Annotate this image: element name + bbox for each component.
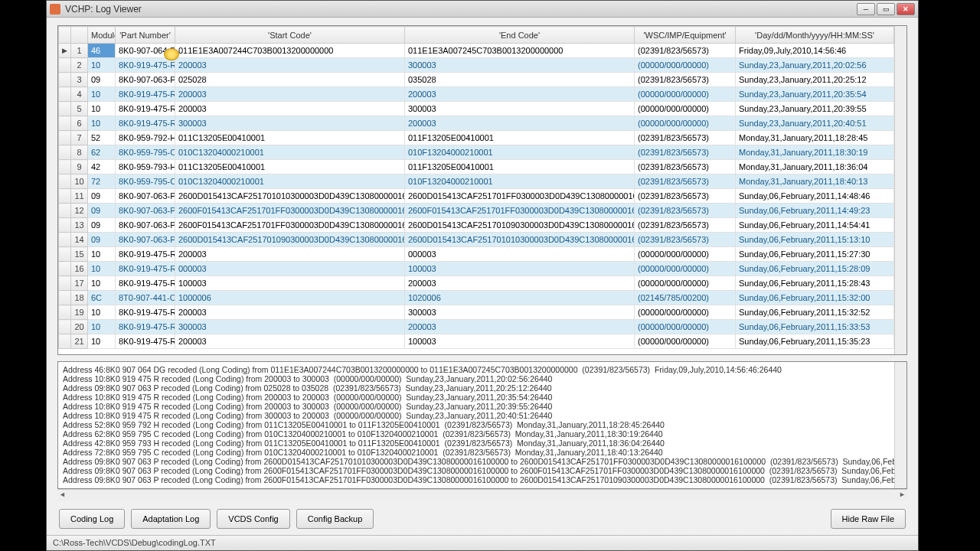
cell[interactable]: 09 bbox=[88, 204, 116, 218]
cell[interactable]: 200003 bbox=[175, 58, 405, 73]
cell[interactable]: 11 bbox=[71, 189, 88, 204]
cell[interactable]: 010C13204000210001 bbox=[175, 174, 405, 189]
cell[interactable]: ▶ bbox=[59, 44, 71, 58]
cell[interactable]: (02391/823/56573) bbox=[635, 73, 736, 87]
vcds-config-button[interactable]: VCDS Config bbox=[217, 509, 289, 529]
cell[interactable] bbox=[59, 233, 71, 247]
cell[interactable]: 9 bbox=[71, 160, 88, 174]
cell[interactable] bbox=[59, 320, 71, 334]
cell[interactable]: (00000/000/00000) bbox=[635, 305, 736, 320]
cell[interactable]: 21 bbox=[71, 334, 88, 349]
cell[interactable]: 8K0-919-475-R bbox=[116, 305, 175, 320]
cell[interactable] bbox=[59, 291, 71, 305]
cell[interactable]: 200003 bbox=[405, 116, 635, 131]
cell[interactable]: 300003 bbox=[175, 320, 405, 334]
table-row[interactable]: 12098K0-907-063-P2600F015413CAF251701FF0… bbox=[59, 204, 894, 218]
cell[interactable]: 000003 bbox=[175, 262, 405, 276]
minimize-button[interactable]: ─ bbox=[857, 3, 875, 15]
adaptation-log-button[interactable]: Adaptation Log bbox=[131, 509, 211, 529]
cell[interactable]: Sunday,23,January,2011,20:25:12 bbox=[736, 73, 894, 87]
cell[interactable]: 8K0-919-475-R bbox=[116, 334, 175, 349]
cell[interactable]: 011F13205E00410001 bbox=[405, 131, 635, 145]
cell[interactable]: Monday,31,January,2011,18:40:13 bbox=[736, 174, 894, 189]
cell[interactable]: (00000/000/00000) bbox=[635, 102, 736, 116]
cell[interactable]: 8K0-959-792-H bbox=[116, 131, 175, 145]
cell[interactable]: 8K0-919-475-R bbox=[116, 102, 175, 116]
cell[interactable]: (02391/823/56573) bbox=[635, 145, 736, 160]
cell[interactable]: 10 bbox=[88, 334, 116, 349]
cell[interactable] bbox=[59, 116, 71, 131]
cell[interactable]: 011C13205E00410001 bbox=[175, 131, 405, 145]
cell[interactable] bbox=[59, 102, 71, 116]
table-row[interactable]: 2108K0-919-475-R200003300003(00000/000/0… bbox=[59, 58, 894, 73]
cell[interactable]: 011E1E3A007245C703B0013200000000 bbox=[405, 44, 635, 58]
cell[interactable]: 000003 bbox=[405, 247, 635, 262]
cell[interactable]: 011C13205E00410001 bbox=[175, 160, 405, 174]
table-row[interactable]: 5108K0-919-475-R200003300003(00000/000/0… bbox=[59, 102, 894, 116]
cell[interactable] bbox=[59, 73, 71, 87]
cell[interactable]: 42 bbox=[88, 160, 116, 174]
table-row[interactable]: 9428K0-959-793-H011C13205E00410001011F13… bbox=[59, 160, 894, 174]
cell[interactable]: 10 bbox=[88, 276, 116, 291]
cell[interactable]: 100003 bbox=[175, 276, 405, 291]
cell[interactable]: 300003 bbox=[405, 305, 635, 320]
cell[interactable] bbox=[59, 262, 71, 276]
cell[interactable]: 10 bbox=[88, 320, 116, 334]
cell[interactable] bbox=[59, 189, 71, 204]
table-row[interactable]: 3098K0-907-063-P025028035028(02391/823/5… bbox=[59, 73, 894, 87]
cell[interactable]: 8K0-919-475-R bbox=[116, 116, 175, 131]
cell[interactable] bbox=[59, 131, 71, 145]
column-header[interactable]: 'Start Code' bbox=[175, 27, 405, 44]
cell[interactable]: 025028 bbox=[175, 73, 405, 87]
cell[interactable]: (02391/823/56573) bbox=[635, 174, 736, 189]
cell[interactable]: 18 bbox=[71, 291, 88, 305]
cell[interactable]: Sunday,06,February,2011,14:54:41 bbox=[736, 218, 894, 233]
cell[interactable]: 1000006 bbox=[175, 291, 405, 305]
cell[interactable]: 6 bbox=[71, 116, 88, 131]
cell[interactable] bbox=[59, 334, 71, 349]
cell[interactable]: 16 bbox=[71, 262, 88, 276]
cell[interactable]: Monday,31,January,2011,18:36:04 bbox=[736, 160, 894, 174]
cell[interactable]: Sunday,06,February,2011,15:13:10 bbox=[736, 233, 894, 247]
cell[interactable]: 300003 bbox=[405, 102, 635, 116]
cell[interactable] bbox=[59, 305, 71, 320]
table-row[interactable]: 13098K0-907-063-P2600F015413CAF251701FF0… bbox=[59, 218, 894, 233]
cell[interactable] bbox=[59, 218, 71, 233]
cell[interactable]: 09 bbox=[88, 189, 116, 204]
cell[interactable]: 10 bbox=[88, 262, 116, 276]
cell[interactable]: 011F13205E00410001 bbox=[405, 160, 635, 174]
cell[interactable]: 8K0-919-475-R bbox=[116, 58, 175, 73]
cell[interactable]: 200003 bbox=[405, 276, 635, 291]
cell[interactable]: 09 bbox=[88, 73, 116, 87]
table-row[interactable]: 4108K0-919-475-R200003200003(00000/000/0… bbox=[59, 87, 894, 102]
cell[interactable]: 15 bbox=[71, 247, 88, 262]
cell[interactable]: 2 bbox=[71, 58, 88, 73]
cell[interactable]: 8K0-959-795-C bbox=[116, 174, 175, 189]
cell[interactable] bbox=[59, 247, 71, 262]
cell[interactable]: (02391/823/56573) bbox=[635, 218, 736, 233]
data-grid[interactable]: Module'Part Number''Start Code''End Code… bbox=[57, 25, 907, 355]
column-header[interactable] bbox=[71, 27, 88, 44]
cell[interactable]: 2600D015413CAF251701090300003D0D439C1308… bbox=[405, 218, 635, 233]
cell[interactable]: (02391/823/56573) bbox=[635, 44, 736, 58]
cell[interactable]: 8K0-907-063-P bbox=[116, 233, 175, 247]
cell[interactable]: (00000/000/00000) bbox=[635, 276, 736, 291]
column-header[interactable]: Module bbox=[88, 27, 116, 44]
cell[interactable]: Friday,09,July,2010,14:56:46 bbox=[736, 44, 894, 58]
cell[interactable]: (00000/000/00000) bbox=[635, 58, 736, 73]
cell[interactable]: 1020006 bbox=[405, 291, 635, 305]
log-hscroll[interactable] bbox=[57, 489, 907, 501]
cell[interactable]: 8K0-919-475-R bbox=[116, 262, 175, 276]
cell[interactable]: 8K0-907-063-P bbox=[116, 204, 175, 218]
cell[interactable]: 2600F015413CAF251701FF0300003D0D439C1308… bbox=[175, 204, 405, 218]
cell[interactable]: 13 bbox=[71, 218, 88, 233]
table-row[interactable]: 15108K0-919-475-R200003000003(00000/000/… bbox=[59, 247, 894, 262]
cell[interactable]: 7 bbox=[71, 131, 88, 145]
cell[interactable]: 2600D015413CAF251701010300003D0D439C1308… bbox=[175, 189, 405, 204]
table-row[interactable]: 6108K0-919-475-R300003200003(00000/000/0… bbox=[59, 116, 894, 131]
cell[interactable]: 2600D015413CAF251701010300003D0D439C1308… bbox=[405, 233, 635, 247]
cell[interactable]: 8K0-959-795-C bbox=[116, 145, 175, 160]
cell[interactable]: 46 bbox=[88, 44, 116, 58]
column-header[interactable]: 'Day/dd/Month/yyyy/HH:MM:SS' bbox=[736, 27, 894, 44]
config-backup-button[interactable]: Config Backup bbox=[296, 509, 374, 529]
